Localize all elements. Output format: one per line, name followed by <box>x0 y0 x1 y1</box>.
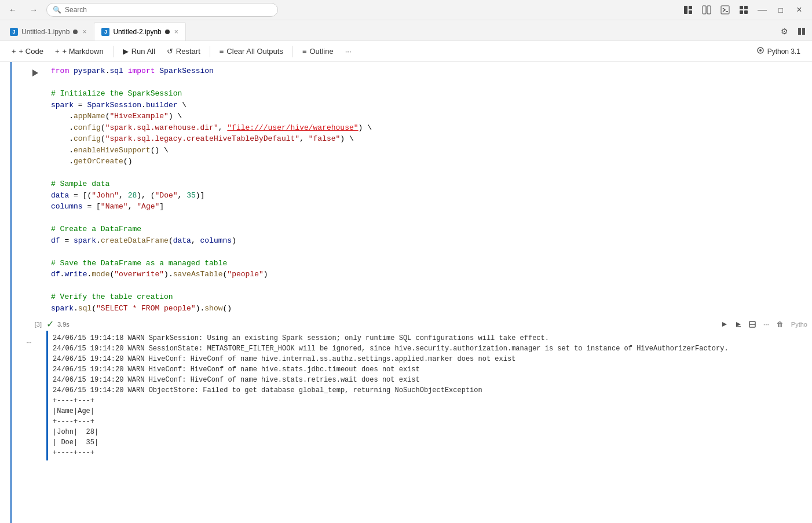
separator-3 <box>292 46 293 57</box>
notebook-area: from pyspark.sql import SparkSession # I… <box>12 62 812 523</box>
title-bar-right: — □ × <box>680 3 807 17</box>
run-above-button[interactable] <box>718 318 731 331</box>
tab-close-icon-2[interactable]: × <box>174 28 178 36</box>
restart-icon: ↺ <box>167 47 173 56</box>
warn-line-3: 24/06/15 19:14:20 WARN HiveConf: HiveCon… <box>53 355 515 363</box>
add-code-label: + Code <box>19 47 43 56</box>
table-line-6: +----+---+ <box>53 449 94 457</box>
cell-right-actions: ··· 🗑 <box>718 318 791 331</box>
terminal-icon[interactable] <box>717 3 733 17</box>
delete-cell-button[interactable]: 🗑 <box>774 318 787 331</box>
warn-line-1: 24/06/15 19:14:18 WARN SparkSession: Usi… <box>53 334 549 342</box>
run-all-icon: ▶ <box>123 47 129 56</box>
add-markdown-button[interactable]: + + Markdown <box>50 44 108 59</box>
run-cell-button[interactable] <box>29 67 42 79</box>
minimize-button[interactable]: — <box>754 3 770 17</box>
svg-marker-13 <box>32 70 38 76</box>
output-row: ··· 24/06/15 19:14:18 WARN SparkSession:… <box>12 331 812 460</box>
warn-line-6: 24/06/15 19:14:20 WARN ObjectStore: Fail… <box>53 386 482 394</box>
table-line-3: +----+---+ <box>53 418 94 426</box>
split-editor-icon[interactable] <box>698 3 715 17</box>
search-icon: 🔍 <box>53 6 61 14</box>
clear-icon: ≡ <box>220 47 224 56</box>
warn-line-4: 24/06/15 19:14:20 WARN HiveConf: HiveCon… <box>53 365 420 374</box>
restart-label: Restart <box>176 47 200 56</box>
bottom-padding <box>12 460 812 495</box>
table-line-1: +----+---+ <box>53 397 94 405</box>
cell-toolbar-right <box>754 62 812 317</box>
outline-icon: ≡ <box>302 47 307 56</box>
kernel-label: Python 3.1 <box>767 47 800 56</box>
toolbar: + + Code + + Markdown ▶ Run All ↺ Restar… <box>0 41 812 62</box>
svg-marker-15 <box>736 322 741 327</box>
search-bar[interactable]: 🔍 Search <box>46 3 278 17</box>
outline-label: Outline <box>310 47 334 56</box>
tab-bar-right: ⚙ <box>776 24 810 41</box>
svg-rect-4 <box>707 6 711 14</box>
layout-panel-icon[interactable] <box>680 3 696 17</box>
run-below-button[interactable] <box>732 318 745 331</box>
add-icon: + <box>12 47 16 56</box>
kernel-indicator[interactable]: Python 3.1 <box>752 44 805 59</box>
close-button[interactable]: × <box>791 3 807 17</box>
more-label: ··· <box>345 47 352 56</box>
clear-all-outputs-button[interactable]: ≡ Clear All Outputs <box>215 44 288 59</box>
customize-layout-icon[interactable] <box>736 3 752 17</box>
svg-rect-3 <box>703 6 706 14</box>
cell-number-area: [3] <box>12 321 46 328</box>
clear-all-outputs-label: Clear All Outputs <box>226 47 283 56</box>
tab-modified-dot-1 <box>73 30 78 34</box>
svg-rect-0 <box>684 6 687 14</box>
separator-1 <box>113 46 114 57</box>
search-placeholder: Search <box>65 6 87 14</box>
tab-label-2: Untitled-2.ipynb <box>113 28 161 36</box>
maximize-button[interactable]: □ <box>773 3 789 17</box>
tab-untitled-2[interactable]: J Untitled-2.ipynb × <box>94 22 185 41</box>
cell-left <box>12 62 46 317</box>
split-tab-button[interactable] <box>793 24 810 38</box>
main-content: from pyspark.sql import SparkSession # I… <box>0 62 812 523</box>
svg-rect-2 <box>689 10 692 14</box>
left-gutter <box>0 62 12 523</box>
tab-close-icon-1[interactable]: × <box>82 28 86 36</box>
restart-button[interactable]: ↺ Restart <box>162 44 205 59</box>
run-all-label: Run All <box>131 47 155 56</box>
more-button[interactable]: ··· <box>341 44 356 59</box>
table-line-5: | Doe| 35| <box>53 438 98 447</box>
output-left-gutter: ··· <box>12 331 46 460</box>
warn-line-2: 24/06/15 19:14:20 WARN SessionState: MET… <box>53 345 729 353</box>
forward-button[interactable]: → <box>25 3 42 17</box>
add-code-button[interactable]: + + Code <box>7 44 48 59</box>
table-line-4: |John| 28| <box>53 428 98 436</box>
run-all-button[interactable]: ▶ Run All <box>118 44 160 59</box>
code-cell: from pyspark.sql import SparkSession # I… <box>12 62 812 317</box>
tab-untitled-1[interactable]: J Untitled-1.ipynb × <box>2 22 94 41</box>
tab-label-1: Untitled-1.ipynb <box>21 28 70 36</box>
checkmark-icon: ✓ <box>46 319 54 330</box>
svg-rect-7 <box>740 6 743 9</box>
output-ellipsis[interactable]: ··· <box>26 339 31 346</box>
add-markdown-label: + Markdown <box>62 47 103 56</box>
settings-button[interactable]: ⚙ <box>776 24 792 38</box>
split-cell-button[interactable] <box>746 318 759 331</box>
cell-number: [3] <box>35 321 42 328</box>
output-header: [3] ✓ 3.9s ··· 🗑 Pytho <box>12 317 812 331</box>
outline-button[interactable]: ≡ Outline <box>298 44 338 59</box>
tab-modified-dot-2 <box>165 30 170 34</box>
tab-notebook-icon-2: J <box>101 28 109 36</box>
execution-info: ✓ 3.9s <box>46 317 70 331</box>
back-button[interactable]: ← <box>5 3 21 17</box>
svg-rect-1 <box>689 6 692 9</box>
table-line-2: |Name|Age| <box>53 407 94 415</box>
title-bar: ← → 🔍 Search — □ × <box>0 0 812 20</box>
kernel-short-label: Pytho <box>791 321 812 328</box>
warn-line-5: 24/06/15 19:14:20 WARN HiveConf: HiveCon… <box>53 376 420 384</box>
cell-more-button[interactable]: ··· <box>760 318 773 331</box>
svg-rect-9 <box>740 10 743 14</box>
output-more-btn-container: ··· <box>12 331 46 354</box>
svg-rect-8 <box>744 6 748 9</box>
code-editor[interactable]: from pyspark.sql import SparkSession # I… <box>46 62 754 317</box>
separator-2 <box>210 46 210 57</box>
tab-bar: J Untitled-1.ipynb × J Untitled-2.ipynb … <box>0 20 812 41</box>
svg-point-12 <box>759 49 762 52</box>
